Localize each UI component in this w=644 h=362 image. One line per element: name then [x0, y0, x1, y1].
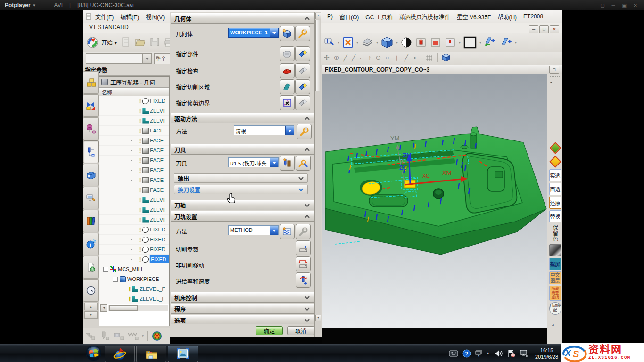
- translucency-icon[interactable]: [444, 36, 456, 49]
- action-center-flag-icon[interactable]: [507, 349, 515, 357]
- menu-item[interactable]: 潇洒模具汽模标准件: [396, 11, 454, 22]
- swap-pane-icon[interactable]: [499, 36, 512, 49]
- player-app-menu[interactable]: Potplayer: [5, 2, 31, 8]
- integration-monitor-tab[interactable]: [83, 187, 99, 209]
- scrollbar-thumb[interactable]: [315, 20, 321, 91]
- edges-hidden-icon[interactable]: [415, 36, 427, 49]
- tree-row[interactable]: − ! ZLEVI: [99, 116, 169, 126]
- angle-snap-icon[interactable]: ╱: [405, 54, 408, 61]
- chevron-down-icon[interactable]: ▾: [142, 334, 144, 338]
- chevron-down-icon[interactable]: ▾: [459, 41, 461, 45]
- drive-method-combo[interactable]: 清根: [234, 125, 294, 135]
- chevron-down-icon[interactable]: ▾: [515, 41, 517, 45]
- sidebar-button[interactable]: [549, 156, 561, 168]
- taskbar-explorer[interactable]: [136, 346, 166, 362]
- tree-row[interactable]: − ! FIXED: [99, 255, 169, 264]
- show-hidden-icons[interactable]: ▲: [486, 351, 490, 355]
- chevron-down-icon[interactable]: ▾: [376, 41, 378, 45]
- viewport-3d[interactable]: YM ZM YC ZC XC XM: [322, 74, 547, 328]
- circle-snap-icon[interactable]: ○: [385, 54, 389, 61]
- tree-row[interactable]: − ! FACE: [99, 185, 169, 195]
- tree-row[interactable]: − ! FACE: [99, 156, 169, 165]
- window-switch-tray-icon[interactable]: ▼: [475, 350, 482, 357]
- sidebar-button[interactable]: 面透: [549, 183, 561, 195]
- background-color-icon[interactable]: [463, 36, 477, 49]
- taskbar-photo-viewer[interactable]: [168, 346, 198, 362]
- chevron-down-icon[interactable]: ▾: [479, 41, 481, 45]
- tool-change-subsection[interactable]: 换刀设置: [174, 185, 308, 194]
- wireframe-display-icon[interactable]: [400, 36, 413, 49]
- menu-item[interactable]: P): [324, 12, 336, 21]
- assembly-navigator-tab[interactable]: [83, 71, 99, 94]
- new-method-button[interactable]: [280, 224, 295, 239]
- section-header-tool[interactable]: 刀具: [171, 144, 314, 155]
- menu-item[interactable]: 视图(V): [142, 11, 168, 22]
- tree-row[interactable]: − ! FIXED: [99, 225, 169, 235]
- help-tray-icon[interactable]: ?: [462, 349, 471, 358]
- sidebar-button[interactable]: 保留色: [549, 224, 561, 243]
- sidebar-button[interactable]: [549, 142, 561, 154]
- sidebar-button[interactable]: 隐藏线变虚线: [549, 286, 561, 301]
- rotate-handle-icon[interactable]: ⊕: [334, 54, 339, 61]
- sidebar-button[interactable]: 替换: [549, 210, 561, 222]
- navigator-horizontal-scrollbar[interactable]: ◄: [100, 305, 168, 311]
- name-column-header[interactable]: 名称: [99, 88, 169, 96]
- new-file-icon[interactable]: [120, 36, 132, 49]
- menu-item[interactable]: 星空 V6.935F: [454, 11, 495, 22]
- tree-row[interactable]: − ! FACE: [99, 126, 169, 136]
- volume-tray-icon[interactable]: [494, 350, 503, 357]
- specify-check-button[interactable]: [280, 63, 295, 78]
- menu-item[interactable]: 文件(F): [92, 11, 117, 22]
- vertex-snap-icon[interactable]: ↑: [368, 54, 372, 61]
- tool-combo[interactable]: R1.5 (铣刀-球头: [228, 157, 279, 167]
- expand-box-icon[interactable]: −: [103, 267, 108, 272]
- history-tab[interactable]: [83, 279, 99, 302]
- section-header-path-settings[interactable]: 刀轨设置: [171, 211, 314, 222]
- point-snap-icon[interactable]: ＋: [394, 53, 400, 62]
- drill-tool-icon[interactable]: [99, 330, 111, 342]
- sidebar-button[interactable]: 截屏: [549, 258, 561, 270]
- show-pane-icon[interactable]: [484, 36, 497, 49]
- resource-scroll-down-button[interactable]: ▼: [84, 311, 98, 319]
- sidebar-button[interactable]: 实透: [549, 169, 561, 181]
- menu-item[interactable]: GC 工具箱: [362, 11, 396, 22]
- info-panel-icon[interactable]: i: [324, 36, 335, 49]
- internet-info-tab[interactable]: i: [83, 233, 99, 255]
- scrollbar-thumb[interactable]: [109, 305, 138, 311]
- html-report-tab[interactable]: [83, 256, 99, 279]
- close-button[interactable]: ✕: [550, 25, 559, 33]
- keyboard-tray-icon[interactable]: [449, 350, 458, 357]
- minimize-button[interactable]: ─: [529, 25, 538, 33]
- tree-row[interactable]: − ! ZLEVI: [99, 205, 169, 215]
- tree-row[interactable]: − ! MCS_MILL: [99, 264, 169, 274]
- wire-edm-icon[interactable]: [127, 330, 140, 342]
- select-cut-area-button[interactable]: [295, 79, 310, 94]
- non-cutting-button[interactable]: [296, 256, 311, 272]
- sidebar-button[interactable]: 还原: [549, 197, 561, 209]
- taskbar-clock[interactable]: 16:15 2019/6/28: [535, 347, 558, 360]
- player-window-controls[interactable]: ▢ ─ ▣ ✕: [600, 3, 640, 8]
- tree-row[interactable]: − ! FACE: [99, 146, 169, 156]
- restore-window-button[interactable]: □: [549, 66, 559, 74]
- open-file-icon[interactable]: [134, 36, 147, 49]
- collapse-left-icon[interactable]: ◄: [551, 323, 554, 327]
- lathe-tool-icon[interactable]: [113, 330, 125, 342]
- cutting-params-button[interactable]: [296, 240, 311, 255]
- edit-geometry-button[interactable]: [295, 26, 310, 41]
- operation-navigator-tab[interactable]: [83, 140, 99, 163]
- geometry-combo[interactable]: WORKPIECE_1: [228, 28, 279, 38]
- start-button[interactable]: 开始 ▾: [101, 38, 117, 46]
- new-tool-button[interactable]: [280, 156, 295, 171]
- tree-row[interactable]: − ! FIXED: [99, 235, 169, 245]
- save-icon[interactable]: [149, 36, 161, 49]
- chevron-down-icon[interactable]: ▾: [396, 41, 398, 45]
- sidebar-button[interactable]: 中文图层: [549, 272, 561, 284]
- dialog-scrollbar[interactable]: ▲ ▼: [314, 12, 321, 337]
- chevron-down-icon[interactable]: ▾: [338, 41, 339, 45]
- scroll-left-icon[interactable]: ◄: [100, 304, 107, 312]
- machine-tool-library-tab[interactable]: [83, 164, 99, 186]
- specify-cut-area-button[interactable]: [280, 79, 295, 94]
- tree-row[interactable]: − ! FACE: [99, 165, 169, 175]
- ok-button[interactable]: 确定: [256, 326, 283, 335]
- shaded-display-icon[interactable]: [380, 36, 394, 49]
